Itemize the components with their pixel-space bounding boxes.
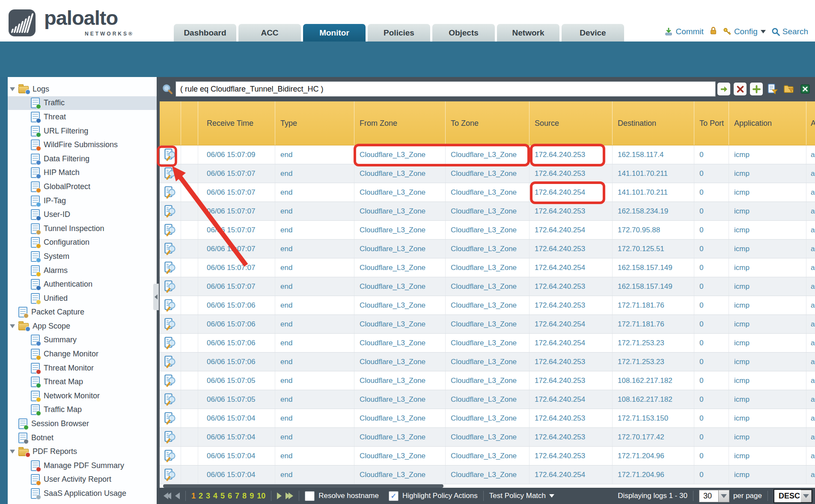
sidebar-item-app-scope[interactable]: App Scope [8, 319, 157, 333]
cell-from[interactable]: Cloudflare_L3_Zone [354, 145, 446, 164]
cell-destination[interactable]: 172.71.153.150 [613, 409, 694, 427]
save-filter-button[interactable] [766, 83, 779, 95]
cell-app[interactable]: icmp [729, 390, 806, 409]
last-page-button[interactable] [286, 492, 293, 499]
sidebar-item-user-id[interactable]: User-ID [8, 208, 157, 222]
log-detail-icon[interactable] [164, 355, 176, 369]
table-row[interactable]: 06/06 15:07:07endCloudflare_L3_ZoneCloud… [160, 277, 815, 296]
per-page-arrow[interactable] [719, 490, 729, 502]
cell-source[interactable]: 172.64.240.253 [529, 145, 613, 164]
page-4[interactable]: 4 [213, 492, 217, 501]
cell-from[interactable]: Cloudflare_L3_Zone [354, 428, 446, 446]
sidebar-item-change-monitor[interactable]: Change Monitor [8, 347, 157, 361]
table-row[interactable]: 06/06 15:07:06endCloudflare_L3_ZoneCloud… [160, 353, 815, 371]
sidebar-item-threat[interactable]: Threat [8, 110, 157, 124]
cell-from[interactable]: Cloudflare_L3_Zone [354, 334, 446, 352]
cell-source[interactable]: 172.64.240.254 [529, 221, 613, 239]
cell-action[interactable]: a [806, 409, 815, 427]
table-row[interactable]: 06/06 15:07:04endCloudflare_L3_ZoneCloud… [160, 428, 815, 447]
filter-query-input[interactable] [175, 81, 716, 97]
cell-app[interactable]: icmp [729, 145, 806, 164]
cell-port[interactable]: 0 [694, 258, 729, 277]
cell-port[interactable]: 0 [694, 447, 729, 465]
sidebar-item-summary[interactable]: Summary [8, 333, 157, 347]
cell-destination[interactable]: 162.158.117.4 [613, 145, 694, 164]
cell-action[interactable]: a [806, 334, 815, 352]
cell-action[interactable]: a [806, 390, 815, 409]
cell-port[interactable]: 0 [694, 202, 729, 220]
log-detail-icon[interactable] [164, 449, 176, 463]
cell-destination[interactable]: 108.162.217.182 [613, 390, 694, 409]
cell-type[interactable]: end [275, 202, 354, 220]
cell-destination[interactable]: 172.70.125.51 [613, 240, 694, 258]
cell-action[interactable]: a [806, 296, 815, 314]
cell-type[interactable]: end [275, 315, 354, 333]
cell-app[interactable]: icmp [729, 447, 806, 465]
clear-filter-button[interactable] [734, 83, 747, 95]
col-source[interactable]: Source [529, 101, 613, 145]
cell-port[interactable]: 0 [694, 465, 729, 484]
cell-source[interactable]: 172.64.240.254 [529, 465, 613, 484]
cell-from[interactable]: Cloudflare_L3_Zone [354, 447, 446, 465]
cell-destination[interactable]: 162.158.157.149 [613, 277, 694, 296]
expand-caret-icon[interactable] [10, 87, 15, 91]
cell-port[interactable]: 0 [694, 277, 729, 296]
sidebar-item-threat-map[interactable]: Threat Map [8, 375, 157, 389]
cell-source[interactable]: 172.64.240.254 [529, 315, 613, 333]
cell-port[interactable]: 0 [694, 428, 729, 446]
lock-icon[interactable] [709, 26, 717, 37]
tab-acc[interactable]: ACC [238, 24, 301, 42]
log-detail-icon[interactable] [164, 261, 176, 275]
cell-source[interactable]: 172.64.240.253 [529, 202, 613, 220]
log-detail-icon[interactable] [164, 148, 176, 162]
cell-destination[interactable]: 172.71.181.76 [613, 296, 694, 314]
cell-source[interactable]: 172.64.240.253 [529, 371, 613, 390]
cell-action[interactable]: a [806, 164, 815, 183]
cell-port[interactable]: 0 [694, 409, 729, 427]
log-detail-icon[interactable] [164, 167, 176, 181]
page-1[interactable]: 1 [191, 492, 196, 501]
cell-from[interactable]: Cloudflare_L3_Zone [354, 371, 446, 390]
log-detail-icon[interactable] [164, 393, 176, 406]
sidebar-item-pdf-reports[interactable]: PDF Reports [8, 445, 157, 459]
cell-from[interactable]: Cloudflare_L3_Zone [354, 390, 446, 409]
cell-to[interactable]: Cloudflare_L3_Zone [446, 183, 529, 202]
table-row[interactable]: 06/06 15:07:07endCloudflare_L3_ZoneCloud… [160, 202, 815, 221]
sidebar-collapse-handle[interactable] [153, 284, 159, 310]
cell-port[interactable]: 0 [694, 371, 729, 390]
cell-app[interactable]: icmp [729, 296, 806, 314]
col-destination[interactable]: Destination [613, 101, 694, 145]
cell-to[interactable]: Cloudflare_L3_Zone [446, 409, 529, 427]
col-to-zone[interactable]: To Zone [446, 101, 529, 145]
cell-type[interactable]: end [275, 164, 354, 183]
table-row[interactable]: 06/06 15:07:04endCloudflare_L3_ZoneCloud… [160, 409, 815, 428]
sidebar-item-unified[interactable]: Unified [8, 291, 157, 305]
cell-type[interactable]: end [275, 409, 354, 427]
cell-source[interactable]: 172.64.240.254 [529, 390, 613, 409]
cell-action[interactable]: a [806, 315, 815, 333]
table-row[interactable]: 06/06 15:07:07endCloudflare_L3_ZoneCloud… [160, 240, 815, 258]
table-row[interactable]: 06/06 15:07:04endCloudflare_L3_ZoneCloud… [160, 465, 815, 484]
table-row[interactable]: 06/06 15:07:09endCloudflare_L3_ZoneCloud… [160, 145, 815, 164]
cell-from[interactable]: Cloudflare_L3_Zone [354, 221, 446, 239]
cell-action[interactable]: a [806, 353, 815, 371]
cell-source[interactable]: 172.64.240.253 [529, 409, 613, 427]
next-page-button[interactable] [277, 492, 282, 499]
tab-policies[interactable]: Policies [368, 24, 430, 42]
sidebar-item-botnet[interactable]: Botnet [8, 431, 157, 445]
sidebar-item-tunnel-inspection[interactable]: Tunnel Inspection [8, 222, 157, 236]
cell-app[interactable]: icmp [729, 164, 806, 183]
cell-destination[interactable]: 162.158.234.19 [613, 202, 694, 220]
cell-app[interactable]: icmp [729, 353, 806, 371]
cell-type[interactable]: end [275, 428, 354, 446]
log-detail-icon[interactable] [164, 468, 176, 482]
table-row[interactable]: 06/06 15:07:04endCloudflare_L3_ZoneCloud… [160, 447, 815, 465]
sidebar-item-configuration[interactable]: Configuration [8, 236, 157, 250]
sidebar-item-session-browser[interactable]: Session Browser [8, 417, 157, 431]
cell-from[interactable]: Cloudflare_L3_Zone [354, 409, 446, 427]
global-search-button[interactable]: Search [771, 27, 808, 36]
cell-destination[interactable]: 172.70.177.42 [613, 428, 694, 446]
log-detail-icon[interactable] [164, 205, 176, 218]
page-9[interactable]: 9 [250, 492, 254, 501]
tab-network[interactable]: Network [497, 24, 559, 42]
